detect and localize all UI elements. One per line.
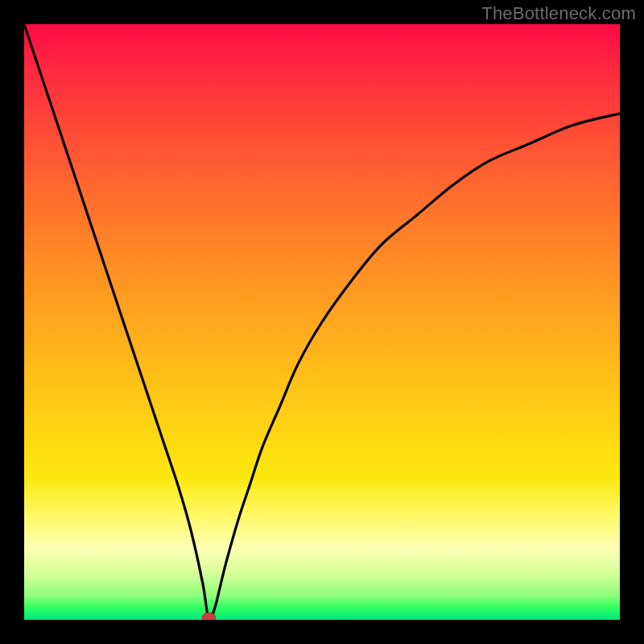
plot-area [24,24,620,620]
watermark-text: TheBottleneck.com [481,3,636,24]
chart-svg [24,24,620,620]
outer-frame: TheBottleneck.com [0,0,644,644]
bottleneck-curve [24,24,620,620]
minimum-marker [202,613,215,620]
